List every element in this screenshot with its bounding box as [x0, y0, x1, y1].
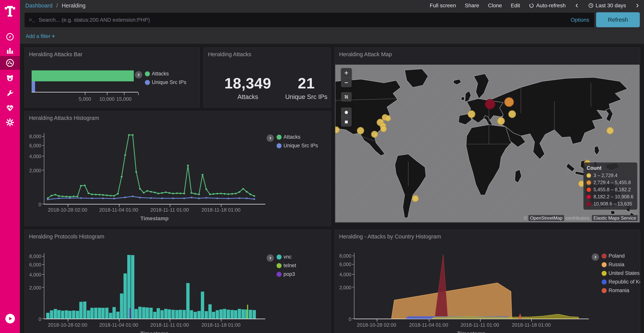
attack-location-dot[interactable]: [468, 110, 475, 118]
refresh-button[interactable]: Refresh: [596, 12, 640, 27]
sidebar-item-dev-tools[interactable]: [0, 86, 20, 100]
map-crop-button[interactable]: [341, 92, 352, 102]
attack-location-dot[interactable]: [371, 131, 378, 138]
legend-toggle-icon[interactable]: [266, 134, 274, 142]
breadcrumb-dashboard-link[interactable]: Dashboard: [25, 3, 52, 9]
full-screen-button[interactable]: Full screen: [430, 3, 456, 9]
y-tick-label: 2,000: [29, 285, 41, 291]
map-legend-label: 2,729.4 – 5,455.8: [594, 180, 631, 185]
auto-refresh-button[interactable]: Auto-refresh: [529, 3, 566, 9]
legend-item[interactable]: Unique Src IPs: [145, 79, 186, 85]
legend-item[interactable]: Republic of Korea: [602, 279, 640, 285]
x-tick-label: 5,000: [78, 96, 91, 102]
metric-unique-src-ips: 21 Unique Src IPs: [284, 75, 328, 101]
clone-button[interactable]: Clone: [488, 3, 502, 9]
sidebar-item-management[interactable]: [0, 116, 20, 129]
y-tick-mark: [42, 204, 44, 204]
y-tick-label: 2,000: [339, 285, 351, 290]
map-legend-item: 10,908.6 – 13,635: [586, 201, 634, 207]
attack-location-dot[interactable]: [508, 110, 516, 118]
plot-area[interactable]: [44, 253, 265, 319]
x-tick-label: 2018-11-04 01:00: [99, 207, 138, 213]
map-legend-label: 10,908.6 – 13,635: [594, 201, 632, 207]
sidebar-item-monitoring[interactable]: [0, 101, 20, 115]
sidebar-item-discover[interactable]: [0, 30, 20, 44]
attack-location-dot[interactable]: [412, 195, 419, 202]
sidebar: [0, 0, 20, 333]
x-axis-title: Timestamp: [457, 330, 485, 333]
legend-item[interactable]: pop3: [276, 271, 296, 277]
legend-item[interactable]: Romania: [602, 287, 640, 293]
openstreetmap-link[interactable]: OpenStreetMap: [528, 215, 564, 221]
add-filter-link[interactable]: Add a filter +: [26, 33, 55, 39]
legend-item[interactable]: United States: [602, 270, 640, 276]
map-polygon-tool-button[interactable]: [341, 107, 352, 117]
map-rectangle-tool-button[interactable]: [341, 117, 352, 127]
legend-toggle-icon[interactable]: [592, 253, 599, 261]
time-back-button[interactable]: [574, 3, 580, 8]
map-zoom-in-button[interactable]: [341, 68, 352, 78]
attack-location-dot[interactable]: [357, 127, 364, 134]
y-tick-label: 6,000: [339, 262, 351, 267]
attack-location-dot[interactable]: [380, 126, 387, 132]
legend-item[interactable]: Poland: [602, 253, 640, 259]
legend-item[interactable]: Russia: [602, 262, 640, 268]
attack-location-dot[interactable]: [504, 97, 514, 107]
metric-value: 18,349: [210, 75, 286, 92]
legend-label: United States: [608, 270, 640, 276]
plot-area[interactable]: [44, 133, 265, 204]
plot-area[interactable]: [354, 253, 589, 319]
y-tick-label: 0: [38, 202, 41, 207]
y-tick-label: 6,000: [29, 262, 41, 267]
search-input[interactable]: [39, 17, 571, 23]
x-tick-mark: [221, 319, 222, 322]
map-legend-dot: [586, 194, 591, 199]
sidebar-item-visualize[interactable]: [0, 43, 20, 57]
elastic-maps-link[interactable]: Elastic Maps Service: [592, 215, 638, 221]
legend-toggle-icon[interactable]: [135, 71, 142, 79]
bar-attacks[interactable]: [32, 70, 134, 81]
y-tick-mark: [42, 287, 44, 287]
telekom-logo-icon[interactable]: [3, 4, 17, 18]
sidebar-expand-button[interactable]: [5, 314, 15, 323]
bar-unique-src-ips[interactable]: [32, 81, 35, 92]
attack-location-dot[interactable]: [497, 117, 505, 125]
share-button[interactable]: Share: [465, 3, 479, 9]
legend-toggle-icon[interactable]: [266, 254, 274, 262]
y-tick-mark: [352, 318, 354, 319]
legend-label: Attacks: [284, 134, 300, 140]
legend-item[interactable]: Unique Src IPs: [276, 143, 318, 149]
x-tick-label: 2018-11-18 01:00: [202, 207, 240, 213]
legend-color-dot: [602, 288, 606, 293]
x-tick-label: 2018-11-18 01:00: [202, 322, 240, 328]
map-zoom-out-button[interactable]: [341, 78, 352, 87]
sidebar-item-bear-app[interactable]: [0, 71, 20, 85]
attack-location-dot[interactable]: [385, 115, 391, 121]
map-legend-item: 8,182.2 – 10,908.6: [586, 194, 634, 199]
legend-item[interactable]: Attacks: [276, 134, 318, 140]
query-options-link[interactable]: Options: [571, 17, 590, 23]
map-fit-control: [341, 92, 352, 102]
time-range-picker[interactable]: Last 30 days: [588, 3, 626, 9]
attack-location-dot[interactable]: [485, 99, 495, 109]
panel-heralding-protocols-histogram: Heralding Protocols Histogram 02,0004,00…: [24, 230, 331, 333]
y-tick-mark: [42, 256, 44, 256]
panel-heralding-attacks-bar: Heralding Attacks Bar 5,00010,00015,000 …: [24, 48, 200, 107]
edit-button[interactable]: Edit: [511, 3, 520, 9]
map-count-legend: Count 3 – 2,729.42,729.4 – 5,455.85,455.…: [584, 162, 637, 210]
legend-item[interactable]: vnc: [276, 254, 296, 260]
legend-item[interactable]: telnet: [276, 263, 296, 268]
world-map[interactable]: Count 3 – 2,729.42,729.4 – 5,455.85,455.…: [335, 65, 640, 222]
sidebar-item-dashboard[interactable]: [0, 56, 20, 70]
chevron-left-icon: [574, 3, 580, 8]
legend-color-dot: [276, 263, 282, 268]
time-forward-button[interactable]: [635, 3, 640, 8]
legend-item[interactable]: Attacks: [145, 71, 186, 77]
attack-location-dot[interactable]: [606, 127, 614, 134]
chart-legend: vnctelnetpop3: [266, 254, 296, 277]
y-tick-mark: [42, 170, 44, 170]
legend-label: pop3: [284, 271, 295, 277]
panel-heralding-attacks-metric: Heralding Attacks 18,349 Attacks 21 Uniq…: [204, 48, 331, 107]
breadcrumb-separator: /: [56, 3, 58, 9]
area-chart: 02,0004,0006,0008,000 2018-10-28 02:0020…: [335, 230, 640, 333]
